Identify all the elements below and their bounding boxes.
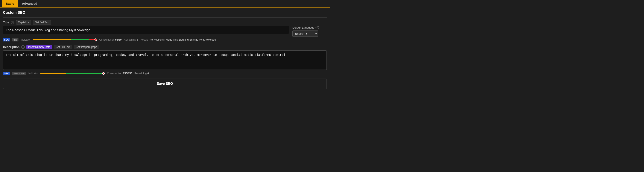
description-textarea[interactable] <box>3 50 327 70</box>
page-title: Custom SEO <box>3 10 327 15</box>
title-consumption-value: 53/60 <box>115 38 122 41</box>
title-indicator-label: Indicator <box>20 38 30 41</box>
title-label: Title <box>3 20 9 24</box>
desc-seo-badge: SEO <box>3 72 10 75</box>
description-label: Description <box>3 45 20 49</box>
language-label: Default Language ⓘ <box>292 26 319 29</box>
tab-advanced[interactable]: Advanced <box>18 0 41 7</box>
get-full-text-title-button[interactable]: Get Full Text <box>33 20 51 24</box>
insert-dummy-button[interactable]: Insert Dummy Data <box>26 45 52 49</box>
description-seo-indicator-row: SEO description Indicator Consumption 15… <box>3 72 327 75</box>
title-info-icon[interactable]: ⓘ <box>11 20 14 24</box>
desc-progress-fill <box>40 73 105 74</box>
desc-consumption-value: 155/155 <box>123 72 132 75</box>
desc-consumption-label: Consumption 155/155 <box>107 72 132 75</box>
desc-progress-dot <box>102 72 105 75</box>
language-label-text: Default Language <box>292 26 314 29</box>
desc-remaining-value: 0 <box>148 72 149 75</box>
desc-progress-bar <box>40 73 105 74</box>
title-remaining-value: 7 <box>137 38 138 41</box>
save-seo-button[interactable]: Save SEO <box>3 78 327 89</box>
save-row: Save SEO <box>3 78 327 89</box>
description-info-icon[interactable]: ⓘ <box>21 45 25 49</box>
title-input-wrap <box>3 26 289 34</box>
title-progress-bar <box>33 39 97 40</box>
title-progress-fill <box>33 39 97 40</box>
tab-basic[interactable]: Basic <box>2 0 18 7</box>
title-progress-dot <box>94 38 97 41</box>
title-input[interactable] <box>3 26 289 34</box>
title-seo-indicator-row: SEO title Indicator Consumption 53/60 Re… <box>3 38 327 42</box>
tab-bar: Basic Advanced <box>0 0 330 8</box>
desc-type-badge: description <box>12 72 26 75</box>
title-seo-badge: SEO <box>3 38 10 42</box>
main-content: Custom SEO Title ⓘ Capitalize Get Full T… <box>0 8 330 91</box>
language-section: Default Language ⓘ English ▼ French Span… <box>292 26 327 37</box>
title-result-value: The Reasons I Made This Blog and Sharing… <box>148 38 216 41</box>
desc-remaining-label: Remaining 0 <box>134 72 149 75</box>
description-field-header: Description ⓘ Insert Dummy Data Get Full… <box>3 45 327 49</box>
language-info-icon[interactable]: ⓘ <box>316 26 319 29</box>
get-full-text-desc-button[interactable]: Get Full Text <box>54 45 72 49</box>
language-select[interactable]: English ▼ French Spanish German Arabic <box>292 30 318 37</box>
get-first-paragraph-button[interactable]: Get first paragraph <box>74 45 99 49</box>
title-result-label: Result The Reasons I Made This Blog and … <box>140 38 216 41</box>
title-consumption-label: Consumption 53/60 <box>99 38 122 41</box>
tab-advanced-label: Advanced <box>22 2 37 5</box>
desc-indicator-label: Indicator <box>28 72 38 75</box>
title-language-row: Default Language ⓘ English ▼ French Span… <box>3 26 327 37</box>
title-remaining-label: Remaining 7 <box>124 38 138 41</box>
title-field-header: Title ⓘ Capitalize Get Full Text <box>3 20 327 24</box>
tab-basic-label: Basic <box>6 2 14 5</box>
title-type-badge: title <box>12 38 18 42</box>
capitalize-button[interactable]: Capitalize <box>16 20 31 24</box>
